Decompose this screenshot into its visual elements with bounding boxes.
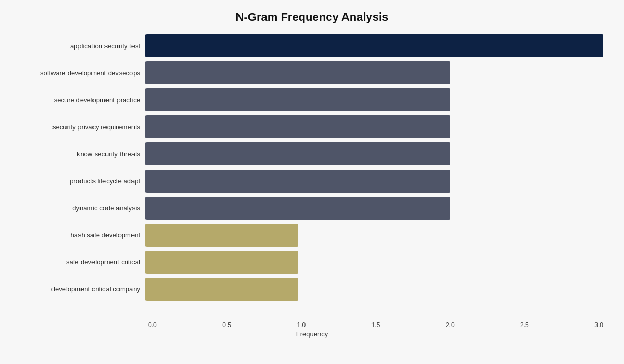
- bar-label: dynamic code analysis: [10, 204, 145, 212]
- chart-container: N-Gram Frequency Analysis application se…: [0, 0, 624, 364]
- x-tick: 0.5: [222, 321, 231, 329]
- bar-label: secure development practice: [10, 96, 145, 104]
- bar: [145, 88, 450, 111]
- bar-row: development critical company: [10, 276, 603, 303]
- bar-row: products lifecycle adapt: [10, 167, 603, 194]
- bar-row: know security threats: [10, 140, 603, 167]
- bar-row: safe development critical: [10, 249, 603, 276]
- x-tick: 0.0: [148, 321, 157, 329]
- bar: [145, 34, 603, 57]
- bar-label: products lifecycle adapt: [10, 177, 145, 185]
- bar-label: development critical company: [10, 285, 145, 293]
- bar: [145, 251, 298, 274]
- bar: [145, 197, 450, 220]
- bar-label: hash safe development: [10, 231, 145, 239]
- bar-row: security privacy requirements: [10, 113, 603, 140]
- bar-label: software development devsecops: [10, 69, 145, 77]
- bar-label: security privacy requirements: [10, 123, 145, 131]
- bar: [145, 278, 298, 301]
- chart-title: N-Gram Frequency Analysis: [10, 10, 614, 24]
- x-axis-line: [148, 318, 603, 318]
- bar: [145, 61, 450, 84]
- bar-row: hash safe development: [10, 222, 603, 249]
- bar: [145, 142, 450, 165]
- bar: [145, 224, 298, 247]
- x-axis-label: Frequency: [10, 330, 614, 338]
- x-tick: 3.0: [594, 321, 603, 329]
- bar-row: application security test: [10, 32, 603, 59]
- bar-row: secure development practice: [10, 86, 603, 113]
- x-tick: 1.0: [297, 321, 306, 329]
- bar-label: application security test: [10, 42, 145, 50]
- bar-row: software development devsecops: [10, 59, 603, 86]
- x-tick: 2.5: [520, 321, 529, 329]
- x-tick: 2.0: [446, 321, 455, 329]
- bar-label: safe development critical: [10, 258, 145, 266]
- bar-row: dynamic code analysis: [10, 195, 603, 222]
- x-tick: 1.5: [371, 321, 380, 329]
- bar-label: know security threats: [10, 150, 145, 158]
- x-ticks: 0.00.51.01.52.02.53.0: [148, 321, 603, 329]
- bar: [145, 115, 450, 138]
- bar: [145, 170, 450, 193]
- bars-container: application security testsoftware develo…: [10, 32, 603, 303]
